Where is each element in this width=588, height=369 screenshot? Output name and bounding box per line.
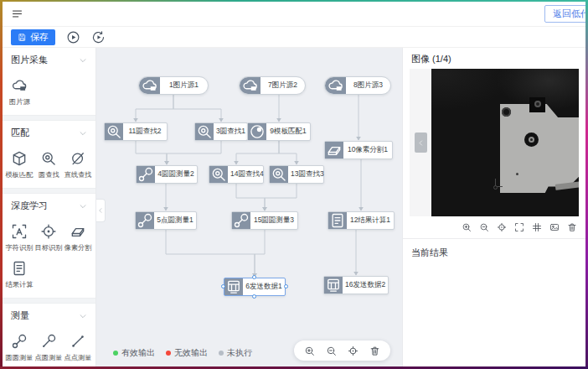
flow-node-6[interactable]: 6发送数据1 xyxy=(224,278,286,296)
legend-item: 有效输出 xyxy=(113,347,155,359)
status-legend: 有效输出无效输出未执行 xyxy=(113,347,252,359)
fullscreen-button[interactable] xyxy=(514,222,524,232)
sidebar-section-title: 图片采集 xyxy=(11,54,48,66)
sidebar-item[interactable]: 字符识别 xyxy=(5,218,34,255)
flow-node-16[interactable]: 16发送数据2 xyxy=(323,276,389,294)
inspected-part xyxy=(500,104,579,193)
sidebar-item-label: 点圆测量 xyxy=(35,353,63,363)
flow-canvas[interactable]: 有效输出无效输出未执行 1图片源17图片源28图片源311圆查找23圆查找19模… xyxy=(96,48,402,366)
circle-search-icon xyxy=(209,166,228,183)
menu-icon[interactable] xyxy=(11,8,23,20)
legend-dot xyxy=(219,351,224,356)
circle-search-icon xyxy=(195,123,214,140)
flow-node-9[interactable]: 9模板匹配1 xyxy=(247,122,311,141)
measure-icon xyxy=(232,212,250,229)
save-button-label: 保存 xyxy=(30,31,49,44)
legend-label: 有效输出 xyxy=(121,347,155,359)
flow-node-label: 16发送数据2 xyxy=(343,277,388,294)
sidebar-item-label: 模板匹配 xyxy=(6,170,34,180)
flow-node-5[interactable]: 5点圆测量1 xyxy=(135,211,197,230)
sidebar-section-header-2[interactable]: 深度学习 xyxy=(3,194,95,214)
sidebar-item[interactable]: 点点测量 xyxy=(64,328,93,365)
chevron-left-icon xyxy=(417,139,425,147)
part-mark xyxy=(516,173,518,175)
sidebar-item-label: 像素分割 xyxy=(64,243,92,253)
delete-button[interactable] xyxy=(567,222,577,232)
sidebar-section-header-3[interactable]: 测量 xyxy=(3,304,95,324)
zoom-out-button[interactable] xyxy=(479,222,489,232)
frame-edge-left xyxy=(0,0,3,369)
flow-node-4[interactable]: 4圆圆测量2 xyxy=(136,165,198,184)
legend-dot xyxy=(166,351,171,356)
sidebar-item[interactable]: 圆圆测量 xyxy=(5,328,34,365)
locate-button[interactable] xyxy=(348,346,358,356)
delete-button[interactable] xyxy=(369,346,380,356)
chevron-left-icon xyxy=(97,207,104,214)
flow-node-8[interactable]: 8图片源3 xyxy=(324,76,391,95)
flow-node-1[interactable]: 1图片源1 xyxy=(138,76,209,95)
back-to-lowcode-button[interactable]: 返回低代码 xyxy=(544,5,585,23)
grid-button[interactable] xyxy=(532,222,542,232)
flow-node-label: 11圆查找2 xyxy=(123,123,167,140)
flow-node-label: 9模板匹配1 xyxy=(266,123,310,140)
flow-node-14[interactable]: 14圆查找4 xyxy=(209,165,264,184)
section-divider xyxy=(3,188,95,194)
image-panel-title: 图像 (1/4) xyxy=(403,48,585,69)
sidebar-item[interactable]: 图片源 xyxy=(5,72,34,109)
doc-calc-icon xyxy=(11,260,28,277)
sidebar-section-header-0[interactable]: 图片采集 xyxy=(3,48,95,68)
zoom-in-button[interactable] xyxy=(304,346,315,356)
sidebar-section-items: 圆圆测量点圆测量点点测量 xyxy=(3,324,95,366)
node-port-left[interactable] xyxy=(221,284,225,288)
chevron-down-icon xyxy=(79,202,87,210)
flow-node-13[interactable]: 13圆查找3 xyxy=(269,165,324,184)
flow-node-12[interactable]: 12结果计算1 xyxy=(328,211,395,230)
legend-item: 无效输出 xyxy=(166,347,208,359)
node-port-right[interactable] xyxy=(284,284,288,288)
flow-node-10[interactable]: 10像素分割1 xyxy=(324,141,393,159)
flow-node-15[interactable]: 15圆圆测量3 xyxy=(231,211,298,230)
result-panel: 图像 (1/4) xyxy=(402,48,585,366)
send-device-icon xyxy=(224,278,243,295)
canvas-zoom-toolbar xyxy=(294,340,390,361)
sidebar-section-header-1[interactable]: 匹配 xyxy=(3,121,95,141)
zoom-in-button[interactable] xyxy=(462,222,472,232)
part-hole xyxy=(502,107,511,117)
sidebar-item[interactable]: 圆查找 xyxy=(34,145,64,182)
sidebar-item[interactable]: 结果计算 xyxy=(5,255,34,292)
legend-item: 未执行 xyxy=(219,347,252,359)
sidebar-item[interactable]: 目标识别 xyxy=(34,218,64,255)
zoom-out-button[interactable] xyxy=(326,346,337,356)
locate-button[interactable] xyxy=(497,222,507,232)
node-port-top[interactable] xyxy=(252,275,256,279)
sidebar-item-label: 圆查找 xyxy=(39,170,59,180)
sidebar-item[interactable]: 模板匹配 xyxy=(5,145,34,182)
sidebar-item[interactable]: 点圆测量 xyxy=(34,328,64,365)
sidebar-item-label: 点点测量 xyxy=(64,353,92,363)
sidebar-item-label: 字符识别 xyxy=(6,243,34,253)
sidebar-item[interactable]: 像素分割 xyxy=(64,218,93,255)
measure-pc-icon xyxy=(40,333,57,350)
circle-search-icon xyxy=(40,150,57,167)
node-port-bottom[interactable] xyxy=(252,294,256,299)
app-root: 返回低代码 保存 图片采集图片源匹配模板匹配圆查找直线查找深度学习字符识别目标识… xyxy=(3,2,585,366)
sidebar-item-label: 图片源 xyxy=(9,97,30,107)
flow-node-label: 1图片源1 xyxy=(160,77,208,94)
save-button[interactable]: 保存 xyxy=(11,29,55,45)
export-image-button[interactable] xyxy=(549,222,560,232)
flow-node-11[interactable]: 11圆查找2 xyxy=(104,122,168,141)
flow-node-label: 7图片源2 xyxy=(260,77,305,94)
sidebar-section-items: 模板匹配圆查找直线查找 xyxy=(3,141,95,188)
measure-pp-icon xyxy=(70,333,86,350)
previous-image-button[interactable] xyxy=(415,133,427,153)
app-body: 图片采集图片源匹配模板匹配圆查找直线查找深度学习字符识别目标识别像素分割结果计算… xyxy=(3,48,585,366)
circle-search-icon xyxy=(270,166,288,183)
chevron-down-icon xyxy=(79,56,87,65)
flow-node-7[interactable]: 7图片源2 xyxy=(239,76,306,95)
run-continuous-button[interactable] xyxy=(91,30,106,44)
sidebar-collapse-tab[interactable] xyxy=(96,199,106,222)
run-button[interactable] xyxy=(66,30,80,44)
sidebar-item[interactable]: 直线查找 xyxy=(64,145,93,182)
flow-node-3[interactable]: 3圆查找1 xyxy=(194,122,248,141)
tool-sidebar: 图片采集图片源匹配模板匹配圆查找直线查找深度学习字符识别目标识别像素分割结果计算… xyxy=(3,48,96,366)
